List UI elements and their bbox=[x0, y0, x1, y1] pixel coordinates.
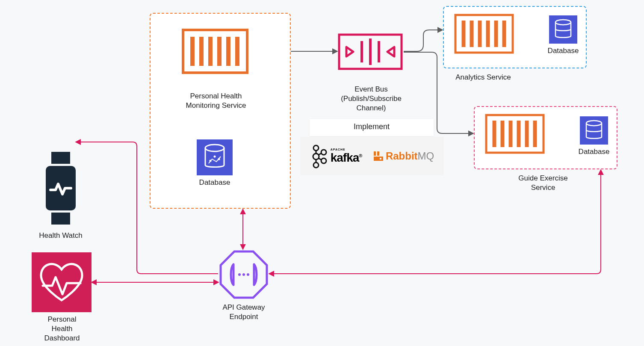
event-bus-label: Event Bus (Publish/Subscribe Channel) bbox=[333, 85, 410, 113]
analytics-container-icon bbox=[454, 14, 514, 56]
rabbit-text: Rabbit bbox=[386, 150, 418, 162]
conn-eventbus-analytics bbox=[404, 30, 442, 51]
svg-point-7 bbox=[247, 273, 249, 276]
svg-line-33 bbox=[319, 153, 322, 155]
svg-line-34 bbox=[319, 158, 322, 160]
svg-point-6 bbox=[242, 273, 245, 276]
svg-point-30 bbox=[321, 158, 326, 163]
health-watch-icon bbox=[44, 150, 78, 228]
svg-rect-37 bbox=[374, 157, 383, 161]
svg-marker-22 bbox=[387, 47, 394, 56]
svg-point-28 bbox=[313, 163, 319, 168]
broker-logos: APACHE kafka® RabbitMQ bbox=[300, 137, 444, 175]
svg-rect-3 bbox=[32, 252, 92, 312]
implement-panel: Implement bbox=[310, 119, 434, 136]
rabbitmq-logo: RabbitMQ bbox=[373, 150, 434, 162]
svg-point-18 bbox=[214, 156, 216, 158]
kafka-logo: APACHE kafka® bbox=[310, 144, 362, 169]
analytics-label: Analytics Service bbox=[445, 73, 522, 82]
phm-service-label: Personal Health Monitoring Service bbox=[180, 92, 252, 110]
analytics-database-icon bbox=[549, 15, 577, 45]
svg-rect-0 bbox=[51, 152, 70, 164]
api-gateway-label: API Gateway Endpoint bbox=[218, 303, 269, 322]
guide-container-icon bbox=[485, 114, 545, 156]
kafka-text: kafka bbox=[331, 151, 359, 164]
svg-point-29 bbox=[321, 150, 326, 155]
rabbit-mq: MQ bbox=[418, 150, 434, 162]
svg-point-26 bbox=[313, 145, 319, 151]
guide-database-icon bbox=[580, 116, 608, 146]
health-watch-label: Health Watch bbox=[31, 231, 91, 240]
svg-point-5 bbox=[238, 273, 241, 276]
phm-database-icon bbox=[197, 139, 233, 177]
implement-label: Implement bbox=[354, 122, 390, 131]
svg-rect-38 bbox=[380, 158, 381, 160]
svg-rect-1 bbox=[51, 213, 70, 225]
svg-rect-36 bbox=[377, 151, 379, 156]
kafka-apache: APACHE bbox=[331, 148, 346, 151]
guide-db-label: Database bbox=[578, 147, 610, 157]
analytics-db-label: Database bbox=[547, 46, 579, 56]
guide-label: Guide Exercise Service bbox=[505, 174, 582, 192]
phm-database-label: Database bbox=[197, 178, 233, 187]
svg-marker-21 bbox=[346, 47, 353, 56]
phm-container-icon bbox=[181, 28, 249, 76]
svg-point-27 bbox=[313, 154, 319, 160]
dashboard-icon bbox=[32, 252, 92, 314]
dashboard-label: Personal Health Dashboard bbox=[38, 315, 86, 343]
api-gateway-icon bbox=[218, 249, 269, 302]
event-bus-icon bbox=[338, 33, 403, 72]
svg-rect-35 bbox=[374, 151, 376, 156]
